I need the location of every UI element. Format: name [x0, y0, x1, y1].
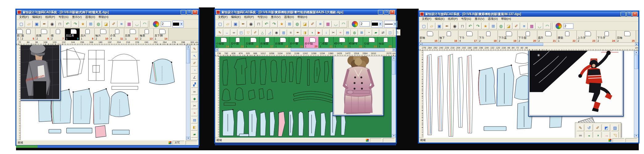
pattern-cell[interactable]: 后中面 115 — [230, 37, 245, 48]
scroll-thumb[interactable] — [186, 49, 190, 63]
scroll-left-icon[interactable]: ◄ — [215, 48, 219, 51]
pattern-cell[interactable]: 前中侧 119 — [289, 37, 304, 48]
fabric-icon[interactable]: ▰ — [191, 131, 198, 138]
save-file-icon[interactable]: ▣ — [232, 21, 239, 28]
scissors-icon[interactable]: ✂ — [191, 102, 198, 109]
maximize-button[interactable]: ❐ — [384, 10, 389, 15]
pattern-canvas[interactable]: 款式图 ✕ ✳ Images — [423, 51, 634, 138]
curve-convex-icon[interactable]: ◠ — [340, 21, 347, 28]
open-file-icon[interactable]: ▱ — [428, 23, 435, 29]
fabric-icon[interactable]: ▰ — [372, 29, 379, 36]
pencil-icon[interactable]: ✐ — [594, 124, 601, 131]
style-photo-window[interactable]: 款式图 ✕ — [333, 56, 384, 116]
pleats-icon[interactable]: ▥ — [280, 29, 287, 36]
menu-item[interactable]: 显示(V) — [70, 15, 83, 19]
curve-concave-icon[interactable]: ◡ — [332, 21, 339, 28]
line-width-input[interactable] — [161, 21, 171, 27]
line-style-select[interactable]: ▼ — [384, 21, 397, 28]
style-photo-window[interactable]: 款式图 ✕ — [21, 45, 60, 100]
pattern-cell[interactable]: 袖里 213 — [139, 28, 154, 40]
move-piece-icon[interactable]: ◪ — [102, 21, 110, 28]
line-color-select[interactable]: ▼ — [371, 21, 383, 28]
stripe-icon[interactable]: ▤ — [191, 117, 198, 123]
scroll-left-icon[interactable]: ◄ — [419, 43, 422, 46]
close-button[interactable]: ✕ — [390, 10, 395, 15]
dart-icon[interactable]: ◩ — [603, 124, 610, 131]
pattern-cell[interactable]: 下斗垫 220 — [518, 31, 537, 42]
scroll-thumb[interactable] — [291, 48, 385, 51]
menu-item[interactable]: 纸样(P) — [446, 17, 459, 21]
menu-item[interactable]: 编辑(E) — [433, 17, 446, 21]
pattern-cell[interactable]: 面 25 — [21, 28, 35, 40]
symmetry-icon[interactable]: ◑ — [309, 29, 315, 36]
new-file-icon[interactable]: ▢ — [420, 23, 428, 29]
scissors-icon[interactable]: ✂ — [330, 29, 337, 36]
vertical-scrollbar[interactable]: ▲ ▼ — [392, 56, 396, 138]
plot-table-icon[interactable]: ⊓ — [459, 23, 466, 29]
plot-table-icon[interactable]: ⊓ — [255, 21, 262, 28]
color-chart-icon[interactable]: ▦ — [528, 23, 535, 29]
smart-pen-icon[interactable]: ✎ — [216, 29, 223, 36]
titlebar[interactable]: 富怡设计与放码CAD系统 - [D:\V8.0\版\黄师傅给的版\童装\M-13… — [419, 11, 638, 17]
minimize-button[interactable]: _ — [378, 10, 383, 15]
minimize-button[interactable]: _ — [621, 12, 626, 16]
pattern-cell[interactable]: 前中贴 120 — [304, 37, 319, 48]
pencil-icon[interactable]: ✐ — [252, 29, 259, 36]
stripe-icon[interactable]: ▤ — [344, 29, 351, 36]
new-file-icon[interactable]: ▢ — [216, 21, 224, 28]
titlebar[interactable]: 富怡设计与放码CAD系统 - [D:\V8.0\版\款式例子\绗缝夹克.dgs]… — [16, 10, 199, 15]
scroll-up-icon[interactable]: ▲ — [634, 51, 638, 54]
select-icon[interactable]: ↖ — [191, 53, 198, 59]
line-color-select[interactable]: ▼ — [172, 21, 184, 28]
pattern-cell[interactable]: 后里 112 — [124, 28, 139, 40]
curve-concave-icon[interactable]: ◡ — [536, 23, 543, 29]
pattern-cell[interactable]: 前侧面 118 — [274, 37, 289, 48]
undo-icon[interactable]: ↶ — [466, 23, 474, 29]
table-icon[interactable]: ⊓ — [191, 138, 198, 140]
pattern-cell[interactable]: 下斗盖 219 — [498, 31, 518, 42]
angle-icon[interactable]: ∠ — [191, 74, 198, 81]
layout-icon[interactable]: ≡ — [118, 21, 125, 28]
brush-icon[interactable]: ✐ — [513, 23, 520, 29]
pattern-cell[interactable]: 介英 411 — [109, 28, 124, 40]
pattern-cell[interactable]: 前 2 — [16, 28, 21, 40]
mirror-icon[interactable]: ◆ — [191, 95, 198, 102]
brush-icon[interactable]: ✐ — [309, 21, 316, 28]
vertical-scrollbar[interactable]: ▲ ▼ — [186, 45, 190, 140]
fill-piece-icon[interactable]: ◍ — [95, 21, 102, 28]
pen-tablet-icon[interactable]: ✒ — [240, 21, 247, 28]
fill-icon[interactable]: ◍ — [351, 29, 358, 36]
menu-item[interactable]: 纸样(P) — [243, 15, 256, 19]
redo-icon[interactable]: ↷ — [72, 21, 79, 28]
menu-item[interactable]: 编辑(E) — [31, 15, 43, 19]
menu-item[interactable]: 号型(G) — [57, 15, 70, 19]
curve-concave-icon[interactable]: ◡ — [133, 21, 141, 28]
pattern-cell[interactable]: 前袖 215 — [419, 31, 439, 42]
hatch-icon[interactable]: ▞ — [191, 81, 198, 88]
move-piece-icon[interactable]: ◪ — [301, 21, 309, 28]
maximize-button[interactable]: ❐ — [626, 12, 632, 16]
arrow-icon[interactable]: ▶ — [316, 29, 322, 36]
color-chart-icon[interactable]: ▦ — [125, 21, 133, 28]
menu-item[interactable]: 选项(O) — [486, 17, 499, 21]
pen-tablet-icon[interactable]: ✒ — [443, 23, 451, 29]
minimize-button[interactable]: _ — [181, 10, 186, 15]
smart-pen-icon[interactable]: ✎ — [577, 124, 584, 131]
pattern-cell[interactable]: 拉链 124 — [363, 37, 378, 48]
horizontal-scrollbar[interactable]: ◄ ► — [419, 43, 638, 46]
color-wheel-icon[interactable] — [352, 21, 358, 27]
scroll-right-icon[interactable]: ► — [635, 43, 638, 46]
panel-icon[interactable]: ◫ — [387, 29, 393, 36]
pattern-cell[interactable]: 帽中*2 122 — [334, 37, 348, 48]
grid-view-icon[interactable]: ⊞ — [490, 23, 497, 29]
pattern-cell[interactable]: 后过肩 18 — [65, 28, 80, 40]
pattern-cell[interactable]: 袖贴 125 — [378, 37, 393, 48]
scroll-thumb[interactable] — [634, 55, 638, 69]
scroll-thumb[interactable] — [422, 43, 543, 46]
redo-icon[interactable]: ↷ — [474, 23, 482, 29]
titlebar[interactable]: 富怡设计与放码CAD系统 - [D:\V8.0\版\黄师傅给的版\青竹给的棉服版… — [215, 10, 396, 15]
rectangle-icon[interactable]: ◰ — [238, 29, 244, 36]
seam-icon[interactable]: ≈ — [191, 109, 198, 116]
menu-item[interactable]: 文档(F) — [216, 15, 229, 19]
shade-icon[interactable]: ◨ — [301, 29, 308, 36]
